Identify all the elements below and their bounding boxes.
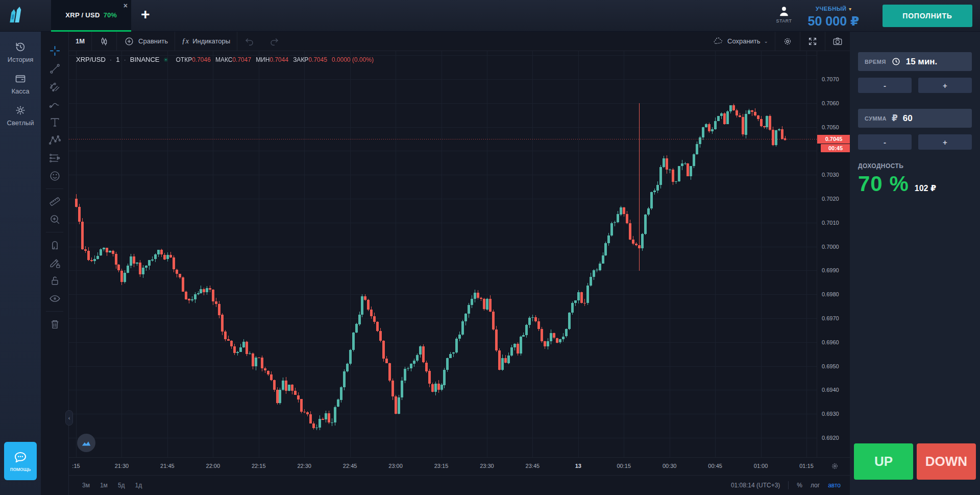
price-axis-label: 0.7000	[822, 244, 839, 250]
time-axis-label: 13	[567, 463, 590, 469]
remove-all-icon[interactable]	[46, 315, 63, 333]
maximize-chart-button[interactable]	[77, 434, 95, 452]
up-button[interactable]: UP	[854, 443, 913, 480]
indicators-button[interactable]: ƒx Индикаторы	[175, 32, 237, 51]
price-axis-label: 0.6970	[822, 315, 839, 321]
text-icon[interactable]	[46, 113, 63, 131]
crosshair-icon[interactable]	[46, 42, 63, 60]
chat-icon	[13, 450, 28, 464]
time-plus-button[interactable]: +	[918, 78, 972, 93]
fullscreen-icon	[807, 36, 818, 47]
candlestick-chart-canvas[interactable]	[69, 51, 817, 457]
drawing-mode-lock-icon[interactable]	[46, 254, 63, 272]
auto-scale-button[interactable]: авто	[828, 482, 841, 489]
time-axis-label: 22:45	[339, 463, 361, 469]
time-axis-label: 21:45	[156, 463, 179, 469]
range-button[interactable]: 3м	[82, 482, 90, 489]
chart-legend: XRP/USD · 1 · BINANCE ОТКР0.7046 МАКС0.7…	[76, 56, 374, 63]
add-tab-button[interactable]: +	[141, 6, 150, 23]
brush-icon[interactable]	[46, 96, 63, 113]
amount-minus-button[interactable]: -	[858, 134, 912, 150]
undo-button[interactable]	[237, 32, 262, 51]
trend-line-icon[interactable]	[46, 60, 63, 78]
price-axis-label: 0.6940	[822, 387, 839, 393]
zoom-in-icon[interactable]	[46, 210, 63, 228]
chart-style-button[interactable]	[92, 32, 116, 51]
range-button[interactable]: 1м	[100, 482, 108, 489]
time-axis-label: 23:00	[384, 463, 407, 469]
camera-icon	[832, 36, 843, 47]
price-axis-label: 0.7020	[822, 196, 839, 202]
time-axis-label: 23:45	[521, 463, 544, 469]
amount-plus-button[interactable]: +	[918, 134, 972, 150]
sidebar-item-label: Светлый	[7, 119, 34, 127]
payout-amount: 102 ₽	[915, 183, 936, 193]
help-button[interactable]: помощь	[4, 442, 37, 480]
history-icon	[14, 41, 27, 53]
tab-xrp-usd[interactable]: XRP / USD 70% ×	[51, 0, 131, 32]
time-axis[interactable]: :1521:3021:4522:0022:1522:3022:4523:0023…	[69, 457, 850, 475]
redo-button[interactable]	[262, 32, 286, 51]
chart-region: 1М Сравнить ƒx Индикаторы Сохранить ⌄	[69, 32, 850, 495]
sun-icon	[14, 104, 27, 116]
price-axis-label: 0.6930	[822, 411, 839, 417]
ruler-icon[interactable]	[46, 193, 63, 210]
save-layout-button[interactable]: Сохранить ⌄	[706, 32, 775, 51]
sidebar-item-history[interactable]: История	[0, 32, 41, 63]
bottom-toolbar: 3м1м5д1д 01:08:14 (UTC+3) % лог авто	[69, 475, 850, 495]
long-short-position-icon[interactable]	[46, 149, 63, 167]
magnet-icon[interactable]	[46, 236, 63, 254]
log-scale-button[interactable]: лог	[811, 482, 820, 489]
time-axis-label: 22:00	[202, 463, 224, 469]
price-axis-label: 0.6960	[822, 339, 839, 345]
legend-change: 0.0000 (0.00%)	[332, 56, 374, 63]
sidebar-item-cashier[interactable]: Касса	[0, 63, 41, 95]
compare-button[interactable]: Сравнить	[117, 32, 175, 51]
legend-symbol[interactable]: XRP/USD	[76, 56, 106, 63]
sidebar-item-theme[interactable]: Светлый	[0, 95, 41, 127]
top-bar: XRP / USD 70% × + START УЧЕБНЫЙ ▾ 50 000…	[0, 0, 980, 32]
start-profile-button[interactable]: START	[772, 5, 796, 23]
chart-toolbar: 1М Сравнить ƒx Индикаторы Сохранить ⌄	[69, 32, 850, 51]
price-axis[interactable]: 0.70700.70600.70500.70300.70200.70100.70…	[817, 51, 850, 457]
balance-block[interactable]: УЧЕБНЫЙ ▾ 50 000 ₽	[800, 4, 867, 29]
nav-sidebar: История Касса Светлый помощь	[0, 32, 41, 495]
deposit-button[interactable]: ПОПОЛНИТЬ	[883, 5, 972, 27]
amount-input[interactable]: СУММА ₽ 60	[858, 109, 972, 128]
down-button[interactable]: DOWN	[917, 443, 976, 480]
range-button[interactable]: 5д	[118, 482, 125, 489]
legend-interval: 1	[116, 56, 119, 63]
account-balance: 50 000 ₽	[800, 14, 867, 29]
lock-all-icon[interactable]	[46, 272, 63, 290]
time-axis-settings-button[interactable]	[830, 462, 839, 470]
percent-scale-button[interactable]: %	[797, 482, 802, 489]
payout-block: ДОХОДНОСТЬ 70 % 102 ₽	[858, 162, 972, 196]
gear-icon	[830, 462, 839, 470]
gear-icon	[782, 36, 793, 47]
hide-all-icon[interactable]	[46, 290, 63, 308]
help-label: помощь	[10, 466, 31, 472]
time-axis-label: 23:30	[476, 463, 498, 469]
time-select[interactable]: ВРЕМЯ 15 мин.	[858, 52, 972, 71]
snapshot-button[interactable]	[825, 32, 850, 51]
account-mode[interactable]: УЧЕБНЫЙ	[816, 6, 847, 12]
time-axis-label: 01:15	[795, 463, 818, 469]
interval-button[interactable]: 1М	[69, 32, 91, 51]
fullscreen-button[interactable]	[800, 32, 825, 51]
expiry-countdown-tag: 00:45	[821, 144, 850, 152]
legend-exchange: BINANCE	[130, 56, 160, 63]
xabcd-pattern-icon[interactable]	[46, 131, 63, 149]
chart-settings-button[interactable]	[775, 32, 800, 51]
clock-utc[interactable]: 01:08:14 (UTC+3)	[731, 482, 780, 489]
range-button[interactable]: 1д	[135, 482, 142, 489]
gann-fan-icon[interactable]	[46, 78, 63, 96]
tab-close-icon[interactable]: ×	[124, 2, 128, 9]
mountain-icon	[81, 437, 92, 449]
time-value: 15 мин.	[906, 57, 938, 67]
time-axis-label: 01:00	[750, 463, 772, 469]
time-axis-label: 00:30	[658, 463, 681, 469]
time-axis-label: 00:45	[704, 463, 726, 469]
collapse-panel-handle[interactable]: ‹	[65, 410, 73, 426]
time-minus-button[interactable]: -	[858, 78, 912, 93]
emoji-icon[interactable]	[46, 167, 63, 185]
